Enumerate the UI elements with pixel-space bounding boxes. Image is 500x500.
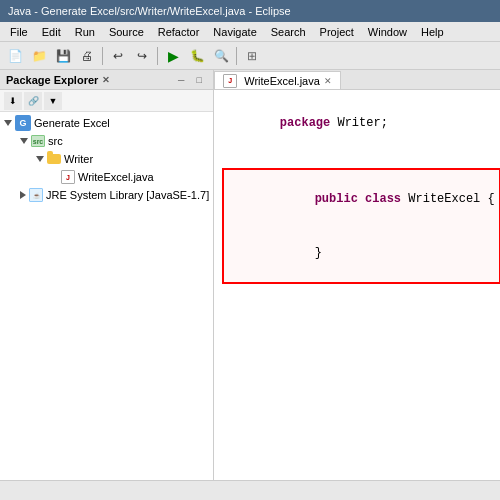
search-button[interactable]: 🔍	[210, 45, 232, 67]
status-bar	[0, 480, 500, 500]
perspective-button[interactable]: ⊞	[241, 45, 263, 67]
expand-src-icon	[20, 138, 28, 144]
project-icon	[15, 115, 31, 131]
tree-item-src[interactable]: src src	[0, 132, 213, 150]
menu-help[interactable]: Help	[415, 24, 450, 40]
undo-button[interactable]: ↩	[107, 45, 129, 67]
menu-project[interactable]: Project	[314, 24, 360, 40]
redo-button[interactable]: ↪	[131, 45, 153, 67]
menu-window[interactable]: Window	[362, 24, 413, 40]
tab-file-icon: J	[223, 74, 237, 88]
expand-project-icon	[4, 120, 12, 126]
code-public-keyword: public class	[315, 192, 401, 206]
title-text: Java - Generate Excel/src/Writer/WriteEx…	[8, 5, 291, 17]
main-area: Package Explorer ✕ ─ □ ⬇ 🔗 ▼ Generate Ex…	[0, 70, 500, 480]
menu-search[interactable]: Search	[265, 24, 312, 40]
separator-2	[157, 47, 158, 65]
menu-refactor[interactable]: Refactor	[152, 24, 206, 40]
code-closing-brace: }	[315, 246, 322, 260]
code-line-2	[222, 150, 500, 168]
print-button[interactable]: 🖨	[76, 45, 98, 67]
separator-3	[236, 47, 237, 65]
expand-writer-icon	[36, 156, 44, 162]
editor-tab-writexcel[interactable]: J WriteExcel.java ✕	[214, 71, 341, 89]
collapse-all-button[interactable]: ⬇	[4, 92, 22, 110]
writer-label: Writer	[64, 153, 93, 165]
project-label: Generate Excel	[34, 117, 110, 129]
main-toolbar: 📄 📁 💾 🖨 ↩ ↪ ▶ 🐛 🔍 ⊞	[0, 42, 500, 70]
title-bar: Java - Generate Excel/src/Writer/WriteEx…	[0, 0, 500, 22]
open-button[interactable]: 📁	[28, 45, 50, 67]
code-class-name: WriteExcel {	[401, 192, 495, 206]
tab-close-icon[interactable]: ✕	[324, 76, 332, 86]
tree-item-jre[interactable]: ☕ JRE System Library [JavaSE-1.7]	[0, 186, 213, 204]
save-button[interactable]: 💾	[52, 45, 74, 67]
menu-file[interactable]: File	[4, 24, 34, 40]
separator-1	[102, 47, 103, 65]
code-line-4: }	[228, 226, 494, 280]
menu-run[interactable]: Run	[69, 24, 101, 40]
panel-header-icons: ─ □	[173, 72, 207, 88]
java-file-label: WriteExcel.java	[78, 171, 154, 183]
debug-button[interactable]: 🐛	[186, 45, 208, 67]
explorer-toolbar: ⬇ 🔗 ▼	[0, 90, 213, 112]
src-label: src	[48, 135, 63, 147]
run-button[interactable]: ▶	[162, 45, 184, 67]
highlighted-code-block: public class WriteExcel { }	[222, 168, 500, 284]
minimize-panel-button[interactable]: ─	[173, 72, 189, 88]
panel-title-group: Package Explorer ✕	[6, 74, 110, 86]
code-line-1: package Writer;	[222, 96, 500, 150]
panel-x-icon: ✕	[102, 75, 110, 85]
tree-item-writer[interactable]: Writer	[0, 150, 213, 168]
menu-navigate[interactable]: Navigate	[207, 24, 262, 40]
code-package-keyword: package	[280, 116, 330, 130]
writer-folder-icon	[47, 154, 61, 164]
code-editor[interactable]: package Writer; public class WriteExcel …	[214, 90, 500, 480]
menu-source[interactable]: Source	[103, 24, 150, 40]
maximize-panel-button[interactable]: □	[191, 72, 207, 88]
new-button[interactable]: 📄	[4, 45, 26, 67]
expand-jre-icon	[20, 191, 26, 199]
menu-bar: File Edit Run Source Refactor Navigate S…	[0, 22, 500, 42]
explorer-view-menu-button[interactable]: ▼	[44, 92, 62, 110]
tree-item-project[interactable]: Generate Excel	[0, 114, 213, 132]
package-explorer-label: Package Explorer	[6, 74, 98, 86]
tree-item-java-file[interactable]: J WriteExcel.java	[0, 168, 213, 186]
package-tree: Generate Excel src src Writer J WriteExc…	[0, 112, 213, 480]
jre-icon: ☕	[29, 188, 43, 202]
java-file-icon: J	[61, 170, 75, 184]
highlight-region: public class WriteExcel { }	[222, 168, 500, 284]
code-line-3: public class WriteExcel {	[228, 172, 494, 226]
src-icon: src	[31, 135, 45, 147]
jre-label: JRE System Library [JavaSE-1.7]	[46, 189, 209, 201]
panel-explorer-header: Package Explorer ✕ ─ □	[0, 70, 213, 90]
tab-label: WriteExcel.java	[244, 75, 320, 87]
editor-panel: J WriteExcel.java ✕ package Writer; publ…	[214, 70, 500, 480]
code-package-value: Writer;	[330, 116, 388, 130]
editor-tab-bar: J WriteExcel.java ✕	[214, 70, 500, 90]
link-with-editor-button[interactable]: 🔗	[24, 92, 42, 110]
menu-edit[interactable]: Edit	[36, 24, 67, 40]
package-explorer-panel: Package Explorer ✕ ─ □ ⬇ 🔗 ▼ Generate Ex…	[0, 70, 214, 480]
